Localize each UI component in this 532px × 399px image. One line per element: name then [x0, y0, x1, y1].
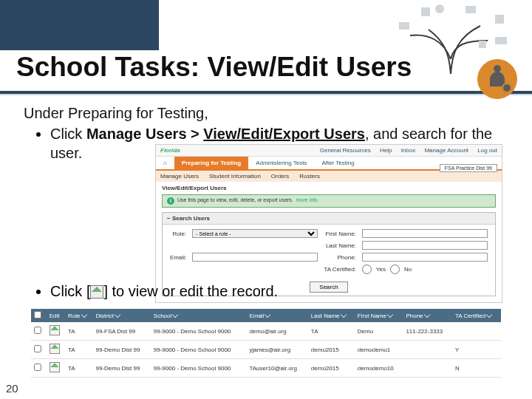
col-role[interactable]: Role: [65, 309, 92, 322]
cell-district: 99-Demo Dist 99: [92, 359, 150, 378]
row-checkbox[interactable]: [34, 364, 41, 371]
info-more-link[interactable]: more info: [296, 197, 318, 205]
table-row: TA99-Demo Dist 9999-9000 - Demo School 9…: [31, 359, 501, 378]
subnav-manage-users[interactable]: Manage Users: [160, 173, 199, 180]
cell-school: 99-9000 - Demo School 9000: [151, 359, 247, 378]
cell-role: TA: [65, 359, 92, 378]
row-checkbox[interactable]: [34, 327, 41, 334]
slide-title: School Tasks: View/Edit Users: [16, 52, 412, 83]
district-indicator: FSA Practice Dist 99: [440, 164, 497, 172]
cell-email: TAuser10@air.org: [246, 359, 307, 378]
select-all-checkbox[interactable]: [34, 311, 41, 318]
cell-phone: [403, 341, 452, 359]
tab-administering[interactable]: Administering Tests: [248, 157, 314, 169]
role-label: Role:: [170, 231, 186, 237]
info-icon: i: [167, 197, 174, 205]
svg-rect-3: [495, 15, 504, 24]
bullet-2: Click [] to view or edit the record.: [50, 283, 514, 300]
header-band: [0, 0, 159, 50]
subnav-rosters[interactable]: Rosters: [299, 173, 320, 180]
col-email[interactable]: Email: [246, 309, 307, 322]
cell-phone: [403, 359, 452, 378]
cell-email: yjames@air.org: [246, 341, 307, 359]
ta-cert-yes[interactable]: [362, 265, 372, 274]
edit-row-button[interactable]: [50, 325, 60, 335]
cell-ta: [452, 322, 501, 341]
row-checkbox[interactable]: [34, 345, 41, 352]
svg-rect-4: [495, 37, 507, 44]
firstname-input[interactable]: [362, 229, 488, 238]
info-banner: i Use this page to view, edit, delete, o…: [162, 194, 496, 208]
col-edit: Edit: [47, 309, 65, 322]
col-school[interactable]: School: [151, 309, 247, 322]
cell-school: 99-9000 - Demo School 9000: [151, 322, 247, 341]
title-underline: [0, 91, 532, 95]
col-ta[interactable]: TA Certified: [452, 309, 501, 322]
cell-firstname: demodemo10: [355, 359, 403, 378]
edit-icon: [90, 285, 103, 299]
col-firstname[interactable]: First Name: [355, 309, 403, 322]
edit-row-button[interactable]: [50, 344, 60, 354]
lastname-input[interactable]: [362, 241, 488, 250]
svg-rect-0: [399, 22, 409, 30]
col-checkbox[interactable]: [31, 309, 47, 322]
link-inbox[interactable]: Inbox: [401, 147, 416, 154]
cell-firstname: demodemo1: [355, 341, 403, 359]
col-district[interactable]: District: [92, 309, 150, 322]
cell-lastname: TA: [308, 322, 355, 341]
cell-role: TA: [65, 322, 92, 341]
users-badge: [477, 59, 517, 99]
link-resources[interactable]: General Resources: [320, 147, 371, 154]
gear-icon: [502, 83, 512, 93]
email-label: Email:: [170, 254, 186, 261]
tab-preparing[interactable]: Preparing for Testing: [174, 157, 248, 169]
firstname-label: First Name:: [324, 231, 355, 237]
cell-district: 99-FSA Dist 99: [92, 322, 150, 341]
lastname-label: Last Name:: [324, 242, 355, 249]
cell-school: 99-9000 - Demo School 9000: [151, 341, 247, 359]
cell-ta: Y: [452, 341, 501, 359]
cell-district: 99-Demo Dist 99: [92, 341, 150, 359]
app-screenshot: Florida General Resources Help Inbox Man…: [155, 144, 502, 303]
results-table: Edit Role District School Email Last Nam…: [31, 309, 501, 378]
tab-home[interactable]: ⌂: [156, 157, 174, 169]
phone-label: Phone:: [324, 254, 355, 261]
cell-role: TA: [65, 341, 92, 359]
role-select[interactable]: - Select a role -: [192, 229, 318, 238]
email-input[interactable]: [192, 253, 318, 262]
page-number: 20: [6, 382, 18, 395]
cell-firstname: Demo: [355, 322, 403, 341]
search-panel-header[interactable]: − Search Users: [163, 213, 495, 225]
intro-line: Under Preparing for Testing,: [24, 103, 514, 123]
phone-input[interactable]: [362, 253, 488, 262]
col-lastname[interactable]: Last Name: [308, 309, 355, 322]
link-manage-account[interactable]: Manage Account: [424, 147, 468, 154]
subnav-student-info[interactable]: Student Information: [209, 173, 261, 180]
bullet-2-wrap: Click [] to view or edit the record.: [24, 283, 514, 300]
svg-rect-6: [479, 41, 486, 48]
col-phone[interactable]: Phone: [403, 309, 452, 322]
subnav-orders[interactable]: Orders: [271, 173, 289, 180]
link-logout[interactable]: Log out: [477, 147, 497, 154]
app-top-links: General Resources Help Inbox Manage Acco…: [313, 147, 497, 154]
app-logo: Florida: [160, 147, 180, 154]
link-help[interactable]: Help: [380, 147, 392, 154]
cell-phone: 111-222-3333: [403, 322, 452, 341]
table-row: TA99-Demo Dist 9999-9000 - Demo School 9…: [31, 341, 501, 359]
ta-cert-label: TA Certified:: [324, 266, 355, 273]
svg-rect-1: [421, 7, 430, 16]
tab-after[interactable]: After Testing: [314, 157, 361, 169]
ta-cert-no[interactable]: [390, 265, 400, 274]
cell-email: demo@air.org: [246, 322, 307, 341]
svg-point-5: [435, 4, 444, 13]
svg-rect-2: [466, 6, 476, 13]
cell-lastname: demo2015: [308, 341, 355, 359]
edit-row-button[interactable]: [50, 362, 60, 372]
table-row: TA99-FSA Dist 9999-9000 - Demo School 90…: [31, 322, 501, 341]
cell-ta: N: [452, 359, 501, 378]
app-page-title: View/Edit/Export Users: [156, 182, 502, 194]
cell-lastname: demo2015: [308, 359, 355, 378]
